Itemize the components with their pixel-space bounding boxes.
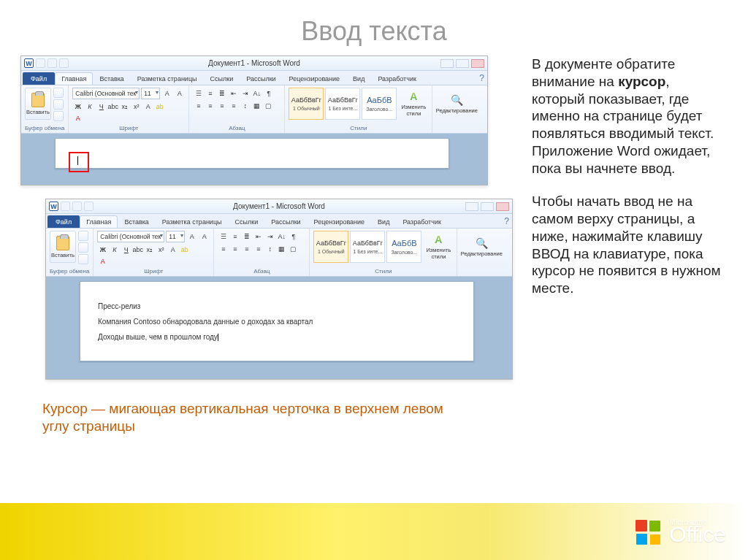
tab-file[interactable]: Файл — [47, 215, 80, 228]
line-spacing-icon[interactable]: ↕ — [240, 100, 251, 111]
editing-button[interactable]: 🔍 Редактирование — [461, 231, 502, 263]
document-page[interactable] — [55, 138, 449, 169]
indent-left-icon[interactable]: ⇤ — [228, 88, 239, 99]
help-icon[interactable]: ? — [479, 73, 484, 83]
maximize-button[interactable] — [481, 202, 494, 211]
align-center-icon[interactable]: ≡ — [205, 100, 215, 111]
qat-save-icon[interactable] — [36, 58, 45, 68]
font-name-combo[interactable]: Calibri (Основной тек — [97, 231, 164, 242]
align-right-icon[interactable]: ≡ — [241, 243, 252, 254]
tab-developer[interactable]: Разработчик — [396, 215, 447, 228]
copy-icon[interactable] — [78, 242, 88, 253]
align-left-icon[interactable]: ≡ — [193, 100, 204, 111]
style-normal[interactable]: АаБбВвГг 1 Обычный — [313, 231, 348, 263]
format-painter-icon[interactable] — [53, 111, 64, 121]
style-no-spacing[interactable]: АаБбВвГг 1 Без инте... — [325, 88, 360, 120]
strike-icon[interactable]: abc — [107, 101, 118, 112]
qat-redo-icon[interactable] — [84, 202, 94, 211]
maximize-button[interactable] — [456, 59, 469, 68]
sort-icon[interactable]: A↓ — [276, 231, 287, 242]
highlight-icon[interactable]: ab — [154, 101, 165, 112]
tab-home[interactable]: Главная — [80, 215, 118, 228]
style-normal[interactable]: АаБбВвГг 1 Обычный — [289, 88, 324, 120]
superscript-icon[interactable]: x² — [156, 244, 167, 255]
paste-button[interactable]: Вставить — [50, 231, 76, 263]
justify-icon[interactable]: ≡ — [253, 243, 264, 254]
shrink-font-icon[interactable]: A — [199, 231, 210, 242]
line-spacing-icon[interactable]: ↕ — [264, 243, 275, 254]
tab-view[interactable]: Вид — [371, 215, 396, 228]
font-name-combo[interactable]: Calibri (Основной тек — [72, 88, 140, 99]
font-color-icon[interactable]: A — [72, 112, 83, 123]
strike-icon[interactable]: abc — [132, 244, 143, 255]
justify-icon[interactable]: ≡ — [228, 100, 239, 111]
tab-review[interactable]: Рецензирование — [283, 72, 347, 85]
close-button[interactable] — [471, 59, 484, 68]
bullets-icon[interactable]: ☰ — [218, 231, 229, 242]
style-no-spacing[interactable]: АаБбВвГг 1 Без инте... — [350, 231, 385, 263]
minimize-button[interactable] — [440, 59, 454, 68]
tab-references[interactable]: Ссылки — [204, 72, 240, 85]
tab-insert[interactable]: Вставка — [118, 215, 155, 228]
document-page[interactable]: Пресс-релиз Компания Contoso обнародовал… — [80, 281, 474, 361]
shrink-font-icon[interactable]: A — [174, 88, 185, 99]
change-styles-button[interactable]: A Изменить стили — [424, 231, 453, 263]
tab-view[interactable]: Вид — [346, 72, 371, 85]
tab-layout[interactable]: Разметка страницы — [131, 72, 204, 85]
align-center-icon[interactable]: ≡ — [229, 243, 240, 254]
cut-icon[interactable] — [53, 88, 64, 98]
font-size-combo[interactable]: 11 — [141, 88, 160, 99]
align-left-icon[interactable]: ≡ — [218, 243, 229, 254]
show-marks-icon[interactable]: ¶ — [288, 231, 299, 242]
italic-icon[interactable]: К — [84, 101, 95, 112]
italic-icon[interactable]: К — [109, 244, 120, 255]
subscript-icon[interactable]: x₂ — [144, 244, 155, 255]
tab-file[interactable]: Файл — [23, 72, 55, 85]
numbering-icon[interactable]: ≡ — [205, 88, 215, 99]
qat-undo-icon[interactable] — [47, 58, 57, 68]
underline-icon[interactable]: Ч — [96, 101, 107, 112]
indent-right-icon[interactable]: ⇥ — [240, 88, 251, 99]
indent-right-icon[interactable]: ⇥ — [264, 231, 275, 242]
show-marks-icon[interactable]: ¶ — [263, 88, 274, 99]
change-styles-button[interactable]: A Изменить стили — [399, 88, 428, 120]
font-size-combo[interactable]: 11 — [166, 231, 185, 242]
tab-references[interactable]: Ссылки — [229, 215, 265, 228]
indent-left-icon[interactable]: ⇤ — [253, 231, 264, 242]
shading-icon[interactable]: ▦ — [276, 243, 287, 254]
tab-home[interactable]: Главная — [55, 72, 93, 85]
grow-font-icon[interactable]: A — [186, 231, 197, 242]
superscript-icon[interactable]: x² — [131, 101, 142, 112]
bullets-icon[interactable]: ☰ — [193, 88, 204, 99]
font-color-icon[interactable]: A — [97, 256, 108, 266]
sort-icon[interactable]: A↓ — [251, 88, 262, 99]
paste-button[interactable]: Вставить — [25, 88, 51, 120]
tab-mailings[interactable]: Рассылки — [264, 215, 307, 228]
qat-redo-icon[interactable] — [59, 58, 69, 68]
underline-icon[interactable]: Ч — [121, 244, 131, 255]
align-right-icon[interactable]: ≡ — [216, 100, 227, 111]
format-painter-icon[interactable] — [78, 254, 88, 264]
shading-icon[interactable]: ▦ — [251, 100, 262, 111]
copy-icon[interactable] — [53, 99, 64, 110]
tab-mailings[interactable]: Рассылки — [240, 72, 282, 85]
editing-button[interactable]: 🔍 Редактирование — [436, 88, 477, 120]
qat-save-icon[interactable] — [61, 202, 70, 211]
multilevel-icon[interactable]: ≣ — [216, 88, 227, 99]
highlight-icon[interactable]: ab — [179, 244, 190, 255]
tab-developer[interactable]: Разработчик — [371, 72, 422, 85]
multilevel-icon[interactable]: ≣ — [241, 231, 252, 242]
text-effects-icon[interactable]: A — [167, 244, 178, 255]
grow-font-icon[interactable]: A — [161, 88, 172, 99]
qat-undo-icon[interactable] — [72, 202, 82, 211]
numbering-icon[interactable]: ≡ — [229, 231, 240, 242]
tab-review[interactable]: Рецензирование — [308, 215, 372, 228]
subscript-icon[interactable]: x₂ — [119, 101, 130, 112]
style-heading[interactable]: АаБбВ Заголово... — [362, 88, 397, 120]
borders-icon[interactable]: ▢ — [288, 243, 299, 254]
tab-layout[interactable]: Разметка страницы — [156, 215, 229, 228]
help-icon[interactable]: ? — [504, 216, 509, 226]
borders-icon[interactable]: ▢ — [263, 100, 274, 111]
style-heading[interactable]: АаБбВ Заголово... — [386, 231, 421, 263]
close-button[interactable] — [496, 202, 509, 211]
